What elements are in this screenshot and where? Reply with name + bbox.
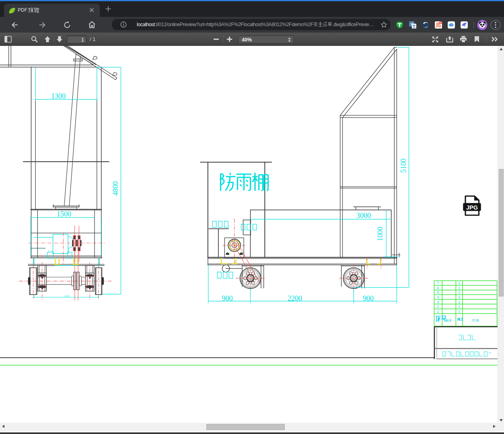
svg-text:4: 4 xyxy=(437,295,439,299)
svg-text:1: 1 xyxy=(437,309,439,313)
svg-text:3000: 3000 xyxy=(356,212,371,220)
svg-text:6: 6 xyxy=(437,286,439,290)
svg-text:900: 900 xyxy=(363,294,374,302)
svg-text:1: 1 xyxy=(458,309,460,313)
svg-text:7: 7 xyxy=(437,281,439,285)
svg-text:4800: 4800 xyxy=(111,181,119,196)
svg-text:1300: 1300 xyxy=(51,92,66,100)
svg-text:3: 3 xyxy=(437,300,439,304)
svg-text:2200: 2200 xyxy=(288,294,302,302)
svg-text:1435: 1435 xyxy=(64,295,69,297)
svg-text:1: 1 xyxy=(458,304,460,309)
svg-text:1: 1 xyxy=(458,295,460,299)
svg-text:1500: 1500 xyxy=(57,210,71,218)
svg-text:1: 1 xyxy=(458,290,460,294)
svg-text:JPG: JPG xyxy=(466,204,478,211)
svg-text:5: 5 xyxy=(437,290,439,294)
svg-text:1: 1 xyxy=(458,281,460,285)
svg-text:1: 1 xyxy=(458,300,460,304)
svg-text:1: 1 xyxy=(458,286,460,290)
svg-text:900: 900 xyxy=(222,294,233,302)
svg-text:5100: 5100 xyxy=(399,158,407,173)
svg-text:1000: 1000 xyxy=(376,227,384,241)
svg-text:2: 2 xyxy=(437,304,439,309)
